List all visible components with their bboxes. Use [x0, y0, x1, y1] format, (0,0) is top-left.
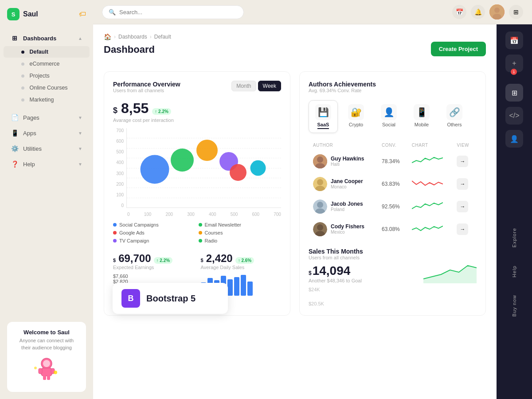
view-button-guy[interactable]: → — [457, 156, 468, 167]
col-view: VIEW — [453, 141, 476, 149]
avatar-jane — [313, 177, 327, 191]
welcome-subtitle: Anyone can connect with their audience b… — [14, 337, 79, 351]
sidebar-item-utilities[interactable]: ⚙️ Utilities ▼ — [4, 141, 90, 156]
sidebar-subitem-projects[interactable]: Projects — [4, 70, 90, 82]
performance-tabs: Month Week — [231, 81, 281, 91]
rp-code-icon[interactable]: </> — [505, 107, 523, 125]
chevron-up-icon: ▲ — [78, 36, 82, 41]
create-project-button[interactable]: Create Project — [431, 42, 486, 56]
nav-dot-ecommerce — [21, 63, 24, 66]
sidebar-item-pages[interactable]: 📄 Pages ▼ — [4, 110, 90, 125]
svg-point-8 — [34, 367, 37, 369]
avatar-guy — [313, 154, 327, 168]
authors-title: Authors Achievements — [309, 81, 376, 88]
legend-dot-social — [113, 223, 117, 227]
chart-area — [126, 128, 281, 208]
astronaut-illustration — [29, 355, 64, 381]
author-name: Jane Cooper — [331, 178, 363, 184]
topbar-calendar-icon[interactable]: 📅 — [452, 5, 466, 19]
nav-dot-projects — [21, 74, 24, 78]
performance-header: Performance Overview Users from all chan… — [113, 81, 281, 98]
author-tab-others[interactable]: 🔗 Others — [440, 100, 469, 133]
legend-dot-email — [199, 223, 202, 227]
rp-label-help[interactable]: Help — [512, 262, 517, 281]
svg-rect-3 — [39, 368, 42, 374]
breadcrumb-dashboards[interactable]: Dashboards — [118, 34, 147, 40]
performance-overview-card: Performance Overview Users from all chan… — [104, 71, 290, 316]
sidebar: S Saul 🏷 ⊞ Dashboards ▲ Default eCommerc… — [0, 0, 93, 399]
author-tab-mobile[interactable]: 📱 Mobile — [407, 100, 436, 133]
sidebar-arrow-icon[interactable]: 🏷 — [79, 10, 86, 18]
author-country: Monaco — [331, 184, 363, 189]
view-button-jane[interactable]: → — [457, 178, 468, 190]
authors-table-header: AUTHOR CONV. CHART VIEW — [309, 141, 476, 149]
sparkline-jacob — [412, 199, 443, 212]
search-input[interactable] — [119, 9, 237, 16]
legend-dot-courses — [199, 231, 202, 235]
author-tab-crypto[interactable]: 🔐 Crypto — [341, 100, 371, 133]
rp-grid-icon[interactable]: ⊞ — [505, 84, 523, 102]
pages-icon: 📄 — [11, 113, 19, 121]
metric-label: Avarage cost per interaction — [113, 117, 281, 123]
others-icon: 🔗 — [446, 104, 462, 120]
sidebar-subitem-default[interactable]: Default — [4, 46, 90, 58]
sidebar-subitem-marketing[interactable]: Marketing — [4, 94, 90, 106]
sidebar-item-help[interactable]: ❓ Help ▼ — [4, 156, 90, 172]
chevron-down-utilities-icon: ▼ — [78, 146, 82, 151]
rp-user-icon[interactable]: 👤 — [505, 130, 523, 148]
author-tab-social[interactable]: 👤 Social — [374, 100, 403, 133]
nav-dot-marketing — [21, 98, 24, 102]
sidebar-subitem-online-courses[interactable]: Online Courses — [4, 82, 90, 94]
view-button-jacob[interactable]: → — [457, 201, 468, 212]
content-wrapper: 🏠 › Dashboards › Default Dashboard Creat… — [93, 24, 532, 399]
author-tab-saas[interactable]: 💾 SaaS — [309, 100, 338, 133]
search-box[interactable]: 🔍 — [102, 5, 244, 19]
svg-point-22 — [317, 224, 323, 231]
metric-badge: ↑ 2.2% — [152, 108, 171, 115]
sidebar-item-dashboards[interactable]: ⊞ Dashboards ▲ — [4, 31, 90, 46]
author-cell: Guy Hawkins Haiti — [313, 154, 374, 168]
svg-rect-2 — [41, 368, 52, 376]
view-button-cody[interactable]: → — [457, 223, 468, 235]
sidebar-logo[interactable]: S Saul — [7, 8, 38, 20]
page-header-row: 🏠 › Dashboards › Default Dashboard Creat… — [104, 33, 486, 64]
sparkline-cody — [412, 222, 443, 235]
avatar-jacob — [313, 200, 327, 214]
author-country: Poland — [331, 207, 363, 212]
sales-section: Sales This Months Users from all channel… — [309, 248, 477, 306]
chart-x-labels: 0 100 200 300 400 500 600 700 — [127, 212, 281, 217]
avatar-cody — [313, 222, 327, 236]
legend-tv: TV Campaign — [113, 238, 196, 243]
bubble-radio — [250, 160, 266, 176]
main-area: 🔍 📅 🔔 ⊞ 🏠 › — [93, 0, 532, 399]
sidebar-item-apps[interactable]: 📱 Apps ▼ — [4, 125, 90, 141]
rp-calendar-icon[interactable]: 📅 — [505, 31, 523, 49]
authors-tabs: 💾 SaaS 🔐 Crypto 👤 Social 📱 — [309, 100, 477, 133]
author-name: Jacob Jones — [331, 201, 363, 207]
social-label: Social — [382, 122, 395, 127]
tab-month[interactable]: Month — [231, 81, 256, 91]
topbar: 🔍 📅 🔔 ⊞ — [93, 0, 532, 24]
utilities-icon: ⚙️ — [11, 145, 19, 153]
svg-point-19 — [317, 202, 323, 208]
nav-dot-courses — [21, 86, 24, 90]
sales-goal: Another $48,346 to Goal — [309, 278, 363, 283]
daily-sales-label: Average Daily Sales — [201, 265, 282, 270]
topbar-notification-icon[interactable]: 🔔 — [471, 5, 485, 19]
welcome-card: Welcome to Saul Anyone can connect with … — [7, 322, 86, 392]
legend-radio: Radio — [199, 238, 282, 243]
breadcrumb-home-icon[interactable]: 🏠 — [104, 33, 111, 40]
topbar-grid-icon[interactable]: ⊞ — [509, 5, 523, 19]
saas-icon: 💾 — [315, 104, 331, 120]
author-cell: Jane Cooper Monaco — [313, 177, 374, 191]
sidebar-subitem-ecommerce[interactable]: eCommerce — [4, 58, 90, 70]
chart-y-labels: 700 600 500 400 300 200 100 0 — [113, 128, 125, 208]
earnings-badge: ↑ 2.2% — [154, 257, 173, 264]
sales-subtitle: Users from all channels — [309, 255, 363, 260]
user-avatar[interactable] — [489, 4, 505, 20]
tab-week[interactable]: Week — [258, 81, 281, 91]
mobile-icon: 📱 — [414, 104, 430, 120]
rp-label-buynow[interactable]: Buy now — [512, 291, 517, 320]
rp-label-explore[interactable]: Explore — [512, 224, 517, 251]
authors-subtitle: Avg. 69.34% Conv. Rate — [309, 88, 376, 93]
